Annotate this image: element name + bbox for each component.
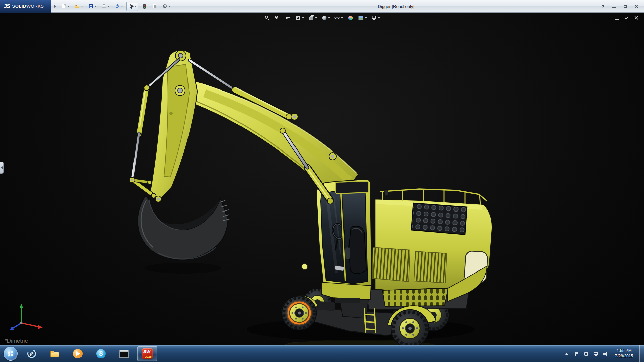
doc-control-icon <box>634 15 639 20</box>
toolbar-icon <box>152 4 157 9</box>
new-document-button[interactable] <box>59 2 71 11</box>
doc-close-button[interactable] <box>633 15 639 21</box>
engine-intake-grid <box>411 203 467 235</box>
action-center-flag-button[interactable] <box>574 351 580 357</box>
taskbar-clock[interactable]: 1:55 PM 7/28/2015 <box>612 348 636 359</box>
doc-minimize-button[interactable] <box>614 15 620 21</box>
save-button[interactable] <box>86 2 98 11</box>
dropdown-arrow-icon[interactable] <box>378 17 380 19</box>
options-button[interactable] <box>161 2 172 11</box>
show-desktop-button[interactable] <box>639 345 644 362</box>
engine-door-grille <box>414 251 447 283</box>
hud-icon <box>371 15 377 21</box>
start-button[interactable] <box>1 345 20 362</box>
solidworks-2015-button[interactable]: SW 2015 <box>137 346 157 361</box>
dropdown-arrow-icon[interactable] <box>94 6 96 7</box>
operator-seat <box>349 226 366 274</box>
window-control-glyph: ? <box>600 3 606 9</box>
engine-housing[interactable] <box>372 189 492 306</box>
dropdown-arrow-icon[interactable] <box>81 6 83 7</box>
section-view-button[interactable] <box>294 14 305 22</box>
hud-icon <box>335 15 341 21</box>
window-controls: ? <box>600 0 639 13</box>
view-settings-button[interactable] <box>370 14 381 22</box>
window-control-glyph <box>622 3 628 9</box>
hud-icon <box>309 15 315 21</box>
show-hidden-icons-button[interactable] <box>564 351 570 357</box>
solidworks-logo[interactable]: 3S SOLIDWORKS <box>0 0 51 13</box>
zoom-to-fit-button[interactable] <box>263 14 271 22</box>
taskbar-item-icon: S <box>96 348 106 359</box>
hide-show-items-button[interactable] <box>334 14 344 22</box>
menu-expand-arrow-icon[interactable] <box>54 5 56 8</box>
stick-arm[interactable] <box>150 50 197 200</box>
media-player-button[interactable] <box>68 346 88 361</box>
armrest <box>345 247 350 259</box>
hud-icon <box>275 15 281 21</box>
internet-explorer-button[interactable]: e <box>21 346 42 361</box>
dropdown-arrow-icon[interactable] <box>328 17 330 19</box>
edit-appearance-button[interactable] <box>347 14 355 22</box>
windows-start-orb-icon <box>4 347 18 361</box>
hud-icon <box>358 15 364 21</box>
cab[interactable] <box>302 179 372 303</box>
taskbar-item-icon: e <box>26 348 37 359</box>
windows-taskbar: e S <box>0 345 644 362</box>
dropdown-arrow-icon[interactable] <box>365 17 367 19</box>
toolbar-icon <box>74 4 80 9</box>
graphics-viewport[interactable]: *Dimetric <box>0 13 644 345</box>
dropdown-arrow-icon[interactable] <box>108 6 110 7</box>
close-button[interactable] <box>633 3 639 9</box>
volume-button[interactable] <box>603 351 609 357</box>
heads-up-view-toolbar <box>263 14 381 22</box>
solidworks-logo-text: SOLIDWORKS <box>12 4 44 9</box>
dropdown-arrow-icon[interactable] <box>67 6 69 7</box>
view-orientation-button[interactable] <box>308 14 318 22</box>
file-properties-button[interactable] <box>150 2 159 11</box>
skype-button[interactable]: S <box>91 346 111 361</box>
apply-scene-button[interactable] <box>357 14 368 22</box>
dropdown-arrow-icon[interactable] <box>302 17 304 19</box>
counterweight-skirt <box>382 288 448 306</box>
select-button[interactable] <box>126 2 138 11</box>
model-canvas[interactable] <box>0 13 644 345</box>
work-light <box>302 264 308 270</box>
dropdown-arrow-icon[interactable] <box>341 17 343 19</box>
toolbar-icon <box>101 4 107 9</box>
system-tray: 1:55 PM 7/28/2015 <box>564 345 644 362</box>
maximize-button[interactable] <box>622 3 628 9</box>
wheel-front-right[interactable] <box>391 310 429 345</box>
dropdown-arrow-icon[interactable] <box>169 6 171 7</box>
doc-restore-button[interactable] <box>624 15 630 21</box>
excavator-model[interactable] <box>129 50 492 345</box>
tray-icon <box>593 351 599 357</box>
print-button[interactable] <box>100 2 111 11</box>
previous-view-button[interactable] <box>284 14 292 22</box>
taskbar-item-icon <box>72 348 83 359</box>
clock-date: 7/28/2015 <box>615 354 633 359</box>
undo-button[interactable] <box>113 2 125 11</box>
display-style-button[interactable] <box>321 14 331 22</box>
featuremanager-collapse-tab[interactable] <box>0 162 4 174</box>
taskbar-items: e S <box>21 346 157 361</box>
dropdown-arrow-icon[interactable] <box>121 6 123 7</box>
dropdown-arrow-icon[interactable] <box>135 6 137 7</box>
windows-explorer-button[interactable] <box>45 346 65 361</box>
doc-control-icon <box>624 15 629 20</box>
zoom-to-area-button[interactable] <box>274 14 282 22</box>
network-button[interactable] <box>593 351 599 357</box>
tray-app-button[interactable] <box>583 351 589 357</box>
document-icon[interactable] <box>604 15 610 21</box>
open-button[interactable] <box>73 2 85 11</box>
command-prompt-button[interactable] <box>114 346 134 361</box>
window-control-glyph <box>611 3 617 9</box>
help-button[interactable]: ? <box>600 3 606 9</box>
hud-icon <box>296 15 302 21</box>
bucket[interactable] <box>138 196 230 260</box>
taskbar-item-icon <box>49 348 60 359</box>
minimize-button[interactable] <box>611 3 617 9</box>
dropdown-arrow-icon[interactable] <box>315 17 317 19</box>
rebuild-button[interactable] <box>140 2 149 11</box>
taskbar-item-icon: SW 2015 <box>142 348 153 359</box>
toolbar-icon <box>128 4 133 9</box>
